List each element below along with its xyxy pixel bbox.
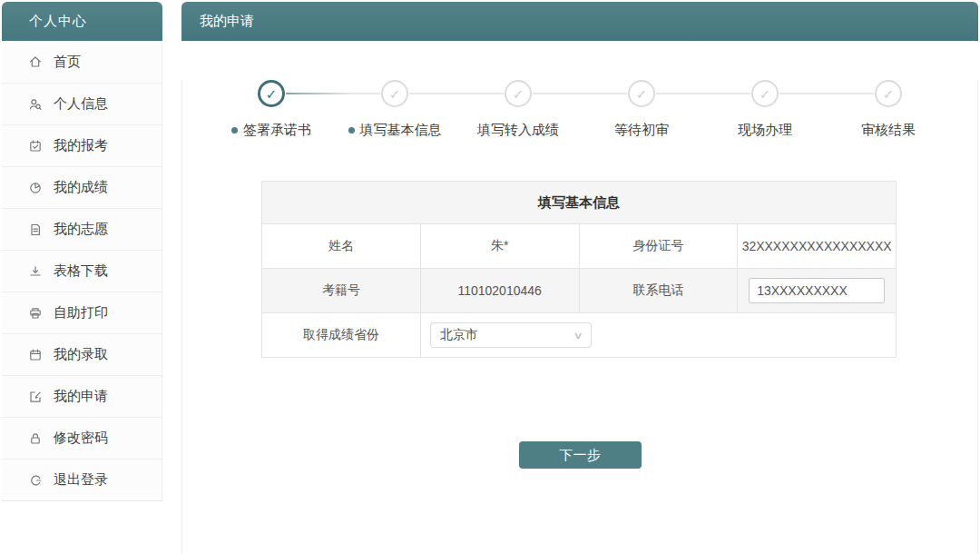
exam-number-value: 110102010446 — [420, 269, 579, 313]
step-review-result: ✓ 审核结果 — [827, 80, 950, 139]
person-search-icon — [28, 97, 43, 112]
sidebar-item-home[interactable]: 首页 — [2, 41, 162, 83]
lock-icon — [28, 431, 43, 446]
sidebar-item-label: 我的志愿 — [54, 221, 108, 238]
step-label: 审核结果 — [861, 122, 916, 139]
sidebar-menu: 首页 个人信息 我的报考 我的成绩 我的志愿 表格下载 自助打印 我的录取 — [2, 41, 162, 501]
sidebar-item-scores[interactable]: 我的成绩 — [2, 166, 162, 208]
form-title: 填写基本信息 — [262, 182, 897, 224]
sidebar-item-admission[interactable]: 我的录取 — [2, 333, 162, 375]
step-onsite-processing: ✓ 现场办理 — [703, 80, 827, 139]
step-label: 填写转入成绩 — [477, 122, 559, 139]
calendar-check-icon — [28, 139, 43, 153]
step-check-icon: ✓ — [258, 80, 285, 107]
phone-label: 联系电话 — [579, 269, 738, 313]
document-icon — [28, 223, 43, 237]
sidebar-item-form-download[interactable]: 表格下载 — [2, 250, 162, 292]
province-select[interactable]: 北京市 ∨ — [430, 322, 592, 348]
download-icon — [28, 264, 43, 279]
sidebar-title: 个人中心 — [2, 2, 162, 41]
sidebar-item-logout[interactable]: 退出登录 — [2, 459, 162, 500]
calendar-icon — [28, 348, 43, 362]
step-check-icon: ✓ — [628, 80, 655, 107]
step-bullet — [348, 127, 355, 134]
step-label: 填写基本信息 — [360, 122, 442, 139]
sidebar-item-label: 自助打印 — [54, 304, 108, 322]
step-bullet — [231, 127, 238, 134]
edit-icon — [28, 390, 43, 404]
step-check-icon: ✓ — [751, 80, 779, 107]
phone-input[interactable] — [749, 278, 885, 303]
sidebar-item-label: 表格下载 — [54, 262, 108, 280]
sidebar-item-label: 首页 — [54, 54, 81, 71]
sidebar-item-label: 我的报考 — [54, 137, 108, 154]
home-icon — [28, 54, 43, 69]
sidebar: 个人中心 首页 个人信息 我的报考 我的成绩 我的志愿 表格下载 自助打印 — [2, 2, 162, 501]
step-label: 签署承诺书 — [243, 122, 311, 139]
step-check-icon: ✓ — [505, 80, 532, 107]
exam-number-label: 考籍号 — [262, 269, 421, 313]
sidebar-item-label: 个人信息 — [54, 95, 108, 113]
step-initial-review: ✓ 等待初审 — [580, 80, 703, 139]
name-value: 朱* — [420, 224, 579, 269]
sidebar-item-label: 修改密码 — [54, 430, 108, 447]
chevron-down-icon: ∨ — [573, 330, 583, 341]
step-label: 现场办理 — [738, 122, 792, 139]
sidebar-item-label: 我的录取 — [54, 346, 108, 363]
basic-info-table: 填写基本信息 姓名 朱* 身份证号 32XXXXXXXXXXXXXXXX 考籍号… — [261, 181, 897, 358]
page-title: 我的申请 — [181, 2, 978, 41]
step-progress: ✓ 签署承诺书 ✓ 填写基本信息 ✓ 填写转入成绩 ✓ 等待初审 ✓ — [182, 80, 977, 139]
pie-chart-icon — [28, 181, 43, 195]
main-content: ✓ 签署承诺书 ✓ 填写基本信息 ✓ 填写转入成绩 ✓ 等待初审 ✓ — [181, 80, 978, 554]
sidebar-item-profile[interactable]: 个人信息 — [2, 83, 162, 124]
step-check-icon: ✓ — [875, 80, 902, 107]
printer-icon — [28, 306, 43, 321]
sidebar-item-registration[interactable]: 我的报考 — [2, 124, 162, 166]
logout-icon — [28, 473, 43, 488]
step-label: 等待初审 — [614, 122, 669, 139]
name-label: 姓名 — [262, 224, 421, 269]
province-label: 取得成绩省份 — [262, 313, 421, 358]
next-step-button[interactable]: 下一步 — [519, 441, 642, 469]
sidebar-item-change-password[interactable]: 修改密码 — [2, 417, 162, 459]
step-check-icon: ✓ — [381, 80, 408, 107]
step-sign-commitment: ✓ 签署承诺书 — [210, 80, 333, 139]
sidebar-item-label: 我的成绩 — [54, 179, 108, 196]
sidebar-item-self-print[interactable]: 自助打印 — [2, 292, 162, 333]
sidebar-item-label: 我的申请 — [54, 388, 108, 405]
id-number-label: 身份证号 — [579, 224, 738, 269]
step-transfer-scores: ✓ 填写转入成绩 — [456, 80, 580, 139]
sidebar-item-label: 退出登录 — [54, 471, 108, 489]
id-number-value: 32XXXXXXXXXXXXXXXX — [738, 224, 897, 269]
main-panel: 我的申请 ✓ 签署承诺书 ✓ 填写基本信息 ✓ 填写转入成绩 ✓ 等待初审 — [181, 2, 978, 554]
sidebar-item-application[interactable]: 我的申请 — [2, 375, 162, 417]
province-selected-value: 北京市 — [440, 327, 478, 343]
step-basic-info: ✓ 填写基本信息 — [333, 80, 456, 139]
sidebar-item-preferences[interactable]: 我的志愿 — [2, 208, 162, 250]
